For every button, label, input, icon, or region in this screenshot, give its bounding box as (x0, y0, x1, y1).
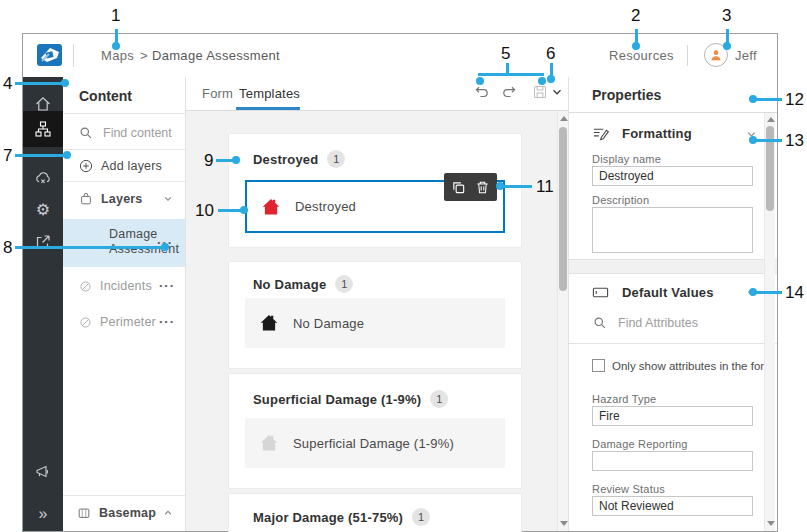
count-badge: 1 (327, 150, 345, 168)
callout-11: 11 (536, 177, 554, 197)
house-symbol-icon (259, 433, 279, 453)
template-group-superficial: Superficial Damage (1-9%) 1 Superficial … (229, 374, 521, 488)
layer-item-perimeter[interactable]: Perimeter ··· (63, 309, 185, 335)
callout-8: 8 (3, 238, 12, 258)
app-header: Maps > Damage Assessment Resources Jeff (23, 34, 777, 78)
layers-bag-icon (79, 192, 93, 206)
template-item-label: Destroyed (295, 199, 356, 214)
group-title: Destroyed (253, 152, 318, 167)
find-content-input[interactable] (101, 125, 185, 141)
callout-1: 1 (111, 6, 120, 26)
nav-expand-chevrons-icon[interactable]: » (23, 497, 63, 531)
display-name-label: Display name (592, 153, 661, 165)
review-status-input[interactable] (592, 496, 753, 516)
template-item-label: No Damage (293, 316, 364, 331)
template-group-major: Major Damage (51-75%) 1 (229, 494, 521, 532)
esri-logo[interactable] (37, 43, 63, 71)
callout-9: 9 (204, 151, 213, 171)
group-title: Superficial Damage (1-9%) (253, 392, 421, 407)
search-icon (593, 316, 607, 330)
duplicate-button[interactable] (451, 180, 466, 195)
only-show-attributes-label: Only show attributes in the form (612, 360, 774, 372)
add-plus-icon (79, 159, 93, 173)
callout-14: 14 (785, 283, 804, 303)
tab-bar: Form Templates (186, 77, 568, 111)
damage-reporting-input[interactable] (592, 451, 753, 471)
callout-5: 5 (501, 44, 510, 64)
callout-3: 3 (722, 6, 731, 26)
person-icon (709, 48, 723, 62)
breadcrumb-maps[interactable]: Maps (101, 48, 134, 63)
callout-2: 2 (631, 6, 640, 26)
layer-name: Perimeter (100, 315, 156, 329)
callout-7: 7 (3, 146, 12, 166)
main-scrollbar[interactable] (557, 111, 568, 531)
basemap-icon (77, 506, 91, 520)
basemap-section-header[interactable]: Basemap (63, 497, 185, 529)
tab-templates[interactable]: Templates (239, 86, 300, 101)
default-values-section: Default Values Only show attributes in t… (569, 273, 777, 531)
add-layers-label: Add layers (101, 159, 162, 173)
save-button[interactable] (531, 83, 549, 101)
nav-settings-gear-icon[interactable]: ⚙ (23, 193, 63, 227)
callout-6: 6 (546, 44, 555, 64)
content-panel: Content Add layers Layers Damage Assessm… (63, 77, 186, 531)
default-values-label: Default Values (622, 285, 714, 300)
template-item-superficial[interactable]: Superficial Damage (1-9%) (245, 418, 505, 468)
nav-feedback-megaphone-icon[interactable] (23, 455, 63, 489)
more-actions-chevron[interactable] (548, 83, 566, 101)
hazard-type-label: Hazard Type (592, 393, 656, 405)
count-badge: 1 (335, 275, 353, 293)
breadcrumb-current: Damage Assessment (152, 48, 280, 63)
template-group-destroyed: Destroyed 1 Destroyed (229, 134, 521, 247)
main-area: Form Templates Destroyed 1 (186, 77, 568, 531)
basemap-label: Basemap (99, 506, 156, 520)
redo-button[interactable] (500, 83, 518, 101)
properties-title: Properties (592, 87, 661, 103)
callout-10: 10 (195, 201, 214, 221)
undo-button[interactable] (473, 83, 491, 101)
template-item-label: Superficial Damage (1-9%) (293, 436, 454, 451)
content-panel-title: Content (79, 88, 132, 104)
chevron-up-icon[interactable] (163, 508, 173, 518)
template-group-no-damage: No Damage 1 No Damage (229, 262, 521, 368)
damage-reporting-label: Damage Reporting (592, 438, 688, 450)
formatting-icon (592, 125, 609, 142)
active-tab-underline (236, 107, 300, 110)
visibility-off-icon (79, 280, 92, 293)
properties-scrollbar[interactable] (764, 113, 775, 531)
template-item-toolbar (444, 173, 497, 201)
find-attributes-input[interactable] (616, 315, 750, 331)
header-divider-right (687, 45, 688, 66)
count-badge: 1 (412, 508, 430, 526)
default-values-icon (592, 284, 609, 301)
find-attributes-row[interactable] (593, 315, 750, 331)
group-title: No Damage (253, 277, 326, 292)
hazard-type-input[interactable] (592, 406, 753, 426)
display-name-input[interactable] (592, 166, 753, 186)
formatting-label: Formatting (622, 126, 692, 141)
house-symbol-icon (261, 197, 281, 217)
description-textarea[interactable] (592, 207, 753, 253)
delete-trash-button[interactable] (475, 180, 490, 195)
chevron-down-icon[interactable] (163, 194, 173, 204)
resources-link[interactable]: Resources (609, 48, 674, 63)
find-content-row[interactable] (63, 117, 185, 149)
add-layers-button[interactable]: Add layers (63, 151, 185, 181)
tab-form[interactable]: Form (202, 86, 233, 101)
layer-item-incidents[interactable]: Incidents ··· (63, 273, 185, 299)
template-item-no-damage[interactable]: No Damage (245, 298, 505, 348)
nav-layers-sitemap-icon[interactable] (23, 111, 63, 147)
user-name[interactable]: Jeff (735, 48, 757, 63)
callout-12: 12 (785, 90, 804, 110)
header-divider (73, 44, 74, 67)
layers-label: Layers (101, 192, 143, 206)
layers-section-header[interactable]: Layers (63, 183, 185, 215)
breadcrumb-separator: > (140, 48, 148, 63)
nav-offline-cloud-icon[interactable] (23, 161, 63, 195)
callout-13: 13 (785, 131, 804, 151)
only-show-attributes-checkbox[interactable] (592, 359, 605, 372)
nav-sidebar: ⚙ » (23, 77, 63, 531)
layer-name: Incidents (100, 279, 152, 293)
nav-share-icon[interactable] (23, 225, 63, 259)
